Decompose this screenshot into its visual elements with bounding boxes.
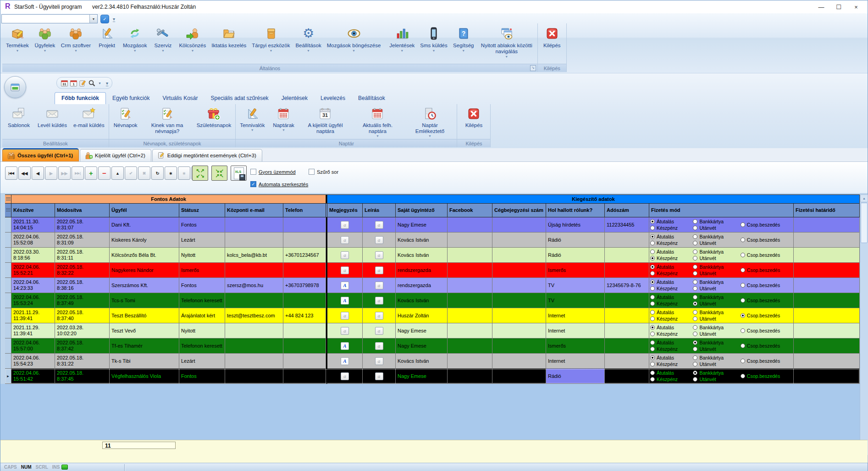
- cell-created[interactable]: 2022.04.06. 15:57:00: [11, 338, 55, 354]
- cell-phone[interactable]: [283, 354, 326, 369]
- cell-facebook[interactable]: [448, 338, 492, 354]
- column-header-agent[interactable]: Saját ügyintéző: [396, 204, 448, 217]
- memo-button[interactable]: a: [341, 312, 349, 320]
- payment-option-bankk-rtya[interactable]: Bankkártya: [693, 249, 740, 255]
- cell-agent[interactable]: Nagy Emese: [396, 338, 448, 354]
- cell-phone[interactable]: +36701234567: [283, 248, 326, 263]
- cell-note[interactable]: A: [327, 278, 363, 293]
- cell-deadline[interactable]: [794, 293, 860, 308]
- column-header-modified[interactable]: Módosítva: [55, 204, 110, 217]
- cell-tax[interactable]: [605, 233, 649, 248]
- cell-facebook[interactable]: [448, 293, 492, 308]
- grid-row[interactable]: 2021.11.30. 14:04:152022.05.18. 8:31:07D…: [5, 217, 860, 233]
- ribbon-button-kil-p-s[interactable]: Kilépés: [458, 105, 489, 132]
- cell-agent[interactable]: rendszergazda: [396, 278, 448, 293]
- cell-tax[interactable]: [605, 308, 649, 323]
- cell-deadline[interactable]: [794, 233, 860, 248]
- column-header-note[interactable]: Megjegyzés: [327, 204, 363, 217]
- cell-desc[interactable]: a: [363, 217, 396, 233]
- payment-option-k-szp-nz[interactable]: Készpénz: [650, 301, 693, 307]
- ribbon-button-lev-l-k-ld-s[interactable]: Levél küldés: [34, 105, 70, 132]
- memo-button[interactable]: a: [341, 251, 349, 259]
- nav-set-bookmark-button[interactable]: ∗: [165, 166, 177, 180]
- memo-button[interactable]: A: [341, 282, 349, 289]
- cell-tax[interactable]: [605, 369, 649, 384]
- grid-row[interactable]: 2021.11.29. 11:39:412022.03.28. 10:02:20…: [5, 323, 860, 338]
- cell-desc[interactable]: a: [363, 233, 396, 248]
- payment-option-csop-beszed-s[interactable]: Csop.beszedés: [741, 328, 792, 334]
- cell-modified[interactable]: 2022.05.18. 8:31:07: [55, 217, 110, 233]
- cell-reg[interactable]: [492, 248, 546, 263]
- payment-option-ut-nv-t[interactable]: Utánvét: [693, 346, 740, 352]
- cell-created[interactable]: 2022.03.30. 8:18:56: [11, 248, 55, 263]
- cell-created[interactable]: 2022.04.06. 15:52:21: [11, 263, 55, 278]
- payment-option--tutal-s[interactable]: Átutalás: [650, 219, 693, 225]
- cell-tax[interactable]: [605, 338, 649, 354]
- memo-button[interactable]: A: [341, 297, 349, 305]
- checkbox-box-icon[interactable]: [309, 169, 315, 175]
- cell-facebook[interactable]: [448, 354, 492, 369]
- cell-created[interactable]: 2022.04.06. 15:52:08: [11, 233, 55, 248]
- column-header-desc[interactable]: Leírás: [363, 204, 396, 217]
- cell-email[interactable]: [225, 369, 283, 384]
- cell-created[interactable]: 2022.04.06. 15:53:24: [11, 293, 55, 308]
- checkbox-gyors-uzemmod[interactable]: Gyors üzemmód: [250, 169, 296, 175]
- minimize-button[interactable]: —: [813, 0, 830, 13]
- ribbon-button-k-lcs-nz-s[interactable]: Kölcsönzés▼: [176, 24, 209, 53]
- payment-option-k-szp-nz[interactable]: Készpénz: [650, 286, 693, 292]
- memo-button[interactable]: a: [341, 236, 349, 244]
- column-header-tax[interactable]: Adószám: [605, 204, 649, 217]
- payment-option-k-szp-nz[interactable]: Készpénz: [650, 255, 693, 261]
- cell-payment[interactable]: ÁtutalásKészpénzBankkártyaUtánvétCsop.be…: [649, 217, 794, 233]
- cell-agent[interactable]: Nagy Emese: [396, 323, 448, 338]
- payment-option-csop-beszed-s[interactable]: Csop.beszedés: [741, 358, 792, 364]
- ribbon-tab-jelent-sek[interactable]: Jelentések: [275, 93, 314, 104]
- cell-modified[interactable]: 2022.05.18. 8:32:22: [55, 263, 110, 278]
- cell-heard[interactable]: Internet: [546, 323, 605, 338]
- grid-row[interactable]: 2021.11.29. 11:39:412022.05.18. 8:37:40T…: [5, 308, 860, 323]
- nav-prior-page-button[interactable]: ◀◀: [18, 166, 31, 180]
- checkbox-automata-szerkesztes[interactable]: ✓Automata szerkesztés: [250, 181, 308, 187]
- ribbon-button-sz-let-snapok[interactable]: Születésnapok: [194, 105, 234, 132]
- cell-heard[interactable]: Rádió: [546, 369, 605, 384]
- grid-row[interactable]: 2022.03.30. 8:18:562022.05.18. 8:31:11Kö…: [5, 248, 860, 263]
- cell-deadline[interactable]: [794, 323, 860, 338]
- cell-modified[interactable]: 2022.03.28. 10:02:20: [55, 323, 110, 338]
- ribbon-button-kinek-van-ma-n-vnapja-[interactable]: Kinek van ma névnapja?: [141, 105, 194, 138]
- cell-client[interactable]: Szerszámos Kft.: [110, 278, 179, 293]
- cell-created[interactable]: 2021.11.29. 11:39:41: [11, 308, 55, 323]
- ribbon-button-seg-ts-g[interactable]: ?Segítség▼: [450, 24, 477, 53]
- payment-option-bankk-rtya[interactable]: Bankkártya: [693, 279, 740, 285]
- cell-reg[interactable]: [492, 354, 546, 369]
- payment-option-k-szp-nz[interactable]: Készpénz: [650, 225, 693, 231]
- ribbon-button-term-kek[interactable]: Termékek▼: [3, 24, 32, 53]
- ribbon-tab-be-ll-t-sok[interactable]: Beállítások: [352, 93, 392, 104]
- cell-payment[interactable]: ÁtutalásKészpénzBankkártyaUtánvétCsop.be…: [649, 278, 794, 293]
- cell-tax[interactable]: 1122334455: [605, 217, 649, 233]
- document-tab--sszes-gyf-l-ctrl-1-[interactable]: Összes ügyfél (Ctrl+1): [2, 148, 79, 161]
- grid-row[interactable]: ▸2022.04.06. 15:51:422022.05.18. 8:37:45…: [5, 369, 860, 384]
- ribbon-tab-speci-lis-adat-sz-r-sek[interactable]: Speciális adat szűrések: [205, 93, 275, 104]
- cell-agent[interactable]: Kovács István: [396, 248, 448, 263]
- payment-option--tutal-s[interactable]: Átutalás: [650, 355, 693, 361]
- cell-deadline[interactable]: [794, 278, 860, 293]
- ribbon-button-a-kijel-lt-gyf-l-napt-ra[interactable]: 31A kijelölt ügyfél naptára: [299, 105, 351, 138]
- cell-phone[interactable]: [283, 263, 326, 278]
- cell-email[interactable]: [225, 323, 283, 338]
- memo-button[interactable]: a: [341, 372, 349, 380]
- cell-tax[interactable]: 12345679-8-76: [605, 278, 649, 293]
- dialog-launcher-icon[interactable]: ↘: [530, 65, 536, 71]
- cell-agent[interactable]: Kovács István: [396, 293, 448, 308]
- qat-dropdown-icon[interactable]: ▼: [98, 82, 101, 85]
- export-xls-button[interactable]: XLS: [231, 166, 247, 181]
- payment-option-bankk-rtya[interactable]: Bankkártya: [693, 355, 740, 361]
- document-tab-kijel-lt-gyf-l-ctrl-2-[interactable]: Kijelölt ügyfél (Ctrl+2): [80, 149, 151, 161]
- ribbon-button-t-rgyi-eszk-z-k[interactable]: Tárgyi eszközök▼: [249, 24, 293, 53]
- payment-option-csop-beszed-s[interactable]: Csop.beszedés: [741, 343, 792, 349]
- memo-button[interactable]: a: [375, 312, 383, 320]
- memo-button[interactable]: a: [375, 266, 383, 274]
- cell-reg[interactable]: [492, 217, 546, 233]
- cell-status[interactable]: Lezárt: [179, 233, 225, 248]
- cell-status[interactable]: Nyitott: [179, 248, 225, 263]
- cell-email[interactable]: [225, 354, 283, 369]
